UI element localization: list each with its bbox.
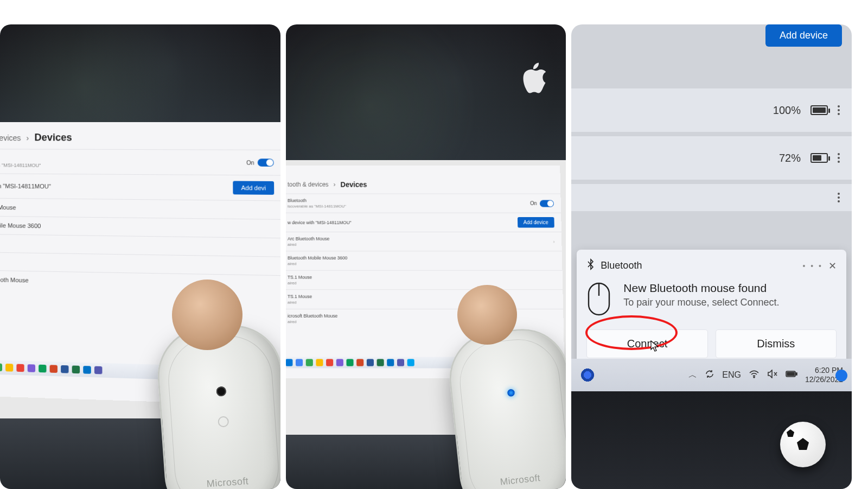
taskbar-app-icon[interactable] xyxy=(0,363,2,371)
more-options-icon[interactable] xyxy=(838,153,840,163)
device-label: oft Bluetooth Mouse xyxy=(0,276,29,283)
device-row[interactable]: TS.1 Mouseaired xyxy=(286,289,563,309)
sync-icon[interactable] xyxy=(705,369,714,381)
volume-mute-icon[interactable] xyxy=(767,370,778,380)
taskbar-app-icon[interactable] xyxy=(61,365,68,373)
mouse-power-button-icon xyxy=(218,416,229,427)
taskbar-app-icon[interactable] xyxy=(326,359,333,366)
hand-thumb xyxy=(457,285,517,345)
taskbar-app-icon[interactable] xyxy=(94,366,103,374)
bluetooth-label: Bluetooth xyxy=(288,198,346,203)
breadcrumb-parent[interactable]: oth & devices xyxy=(0,134,21,142)
battery-tray-icon[interactable] xyxy=(786,370,797,380)
taskbar-app-icon[interactable] xyxy=(83,366,91,374)
bluetooth-notification: Bluetooth • • • ✕ New Bluetooth mouse fo… xyxy=(577,250,846,368)
taskbar-app-icon[interactable] xyxy=(305,359,312,366)
device-status: aired xyxy=(288,281,312,285)
system-tray[interactable]: ︿ ENG 6:20 PM 12/26/2022 xyxy=(571,359,852,391)
bluetooth-sub: iscoverable as "MSI-14811MOU" xyxy=(288,204,346,208)
bluetooth-toggle-row: Bluetooth iscoverable as "MSI-14811MOU" … xyxy=(286,194,561,213)
breadcrumb-sep: › xyxy=(27,134,29,142)
dismiss-button[interactable]: Dismiss xyxy=(716,329,837,358)
device-label: icrosoft Bluetooth Mouse xyxy=(288,313,337,318)
device-row[interactable]: icrosoft Bluetooth Mouseaired xyxy=(286,309,564,328)
taskbar-app-icon[interactable] xyxy=(316,359,323,366)
device-row[interactable]: Arc Bluetooth Mouseaired› xyxy=(286,232,562,251)
add-device-button[interactable]: Add devi xyxy=(233,181,274,194)
device-label: Arc Bluetooth Mouse xyxy=(288,236,329,241)
device-status: aired xyxy=(288,262,347,266)
device-status: aired xyxy=(288,242,329,246)
taskbar-app-icon[interactable] xyxy=(387,359,394,366)
chevron-right-icon: › xyxy=(553,239,554,244)
breadcrumb-parent[interactable]: tooth & devices xyxy=(288,181,329,188)
breadcrumb-current: Devices xyxy=(340,181,367,189)
taskbar-app-icon[interactable] xyxy=(367,359,374,366)
settings-gear-icon[interactable] xyxy=(580,367,595,383)
taskbar-app-icon[interactable] xyxy=(50,365,58,373)
toggle-switch-icon xyxy=(258,158,274,167)
bluetooth-sub: overable as "MSI-14811MOU" xyxy=(0,162,41,168)
taskbar-app-icon[interactable] xyxy=(397,359,404,366)
toggle-state: On xyxy=(246,160,254,166)
add-device-button[interactable]: Add device xyxy=(517,217,554,227)
device-row-empty[interactable] xyxy=(571,184,852,211)
hand-thumb xyxy=(172,280,242,350)
device-row[interactable]: Bluetooth Mobile Mouse 3600aired xyxy=(286,251,563,270)
apple-logo-icon xyxy=(517,62,550,100)
taskbar-app-icon[interactable] xyxy=(16,364,24,372)
taskbar-app-icon[interactable] xyxy=(72,365,80,373)
device-status: aired xyxy=(288,320,337,324)
more-options-icon[interactable] xyxy=(838,105,840,115)
device-row[interactable]: TS.1 Mouseaired xyxy=(286,270,563,290)
device-label: TS.1 Mouse xyxy=(288,294,312,299)
more-options-icon[interactable] xyxy=(838,193,840,202)
cursor-icon xyxy=(650,340,660,355)
notification-title: New Bluetooth mouse found xyxy=(623,282,779,295)
pair-label: w device with "MSI-14811MOU" xyxy=(288,220,352,225)
battery-partial-icon xyxy=(810,153,828,163)
soccer-ball-sticker-icon xyxy=(780,422,826,467)
taskbar-app-icon[interactable] xyxy=(336,359,343,366)
pair-label: evice with "MSI-14811MOU" xyxy=(0,182,51,189)
svg-rect-4 xyxy=(796,373,797,375)
chevron-up-icon[interactable]: ︿ xyxy=(688,370,697,381)
device-label: Bluetooth Mobile Mouse 3600 xyxy=(288,256,347,261)
breadcrumb-current: Devices xyxy=(34,132,72,143)
mouse-sensor-icon xyxy=(216,386,226,396)
taskbar-app-icon[interactable] xyxy=(407,359,414,366)
device-battery-row[interactable]: 72% xyxy=(571,136,852,180)
panel-step-2: tooth & devices › Devices Bluetooth isco… xyxy=(286,24,566,489)
notification-badge-icon[interactable] xyxy=(835,370,847,382)
device-battery-row[interactable]: 100% xyxy=(571,88,852,132)
pair-device-row: w device with "MSI-14811MOU" Add device xyxy=(286,213,561,232)
taskbar-app-icon[interactable] xyxy=(28,364,35,372)
mouse-sensor-lit-icon xyxy=(507,389,515,397)
taskbar-app-icon[interactable] xyxy=(346,359,353,366)
notification-header: Bluetooth xyxy=(601,260,642,271)
notification-more-icon[interactable]: • • • xyxy=(803,262,823,270)
mouse-brand-label: Microsoft xyxy=(206,475,249,489)
close-icon[interactable]: ✕ xyxy=(828,260,837,272)
bluetooth-toggle[interactable]: On xyxy=(530,200,554,207)
wifi-icon[interactable] xyxy=(749,370,760,380)
breadcrumb: oth & devices › Devices xyxy=(0,122,280,150)
mouse-icon xyxy=(586,282,611,319)
svg-rect-5 xyxy=(787,372,794,376)
panel-step-3: Add device 100% 72% Bluetooth • • • ✕ xyxy=(571,24,852,489)
breadcrumb: tooth & devices › Devices xyxy=(286,166,560,194)
battery-percent: 72% xyxy=(779,152,801,164)
device-row[interactable]: luetooth Mouse xyxy=(0,198,280,219)
bluetooth-toggle[interactable]: On xyxy=(246,158,274,167)
connect-button[interactable]: Connect xyxy=(586,329,707,358)
taskbar-app-icon[interactable] xyxy=(296,359,303,366)
taskbar-app-icon[interactable] xyxy=(39,365,46,373)
taskbar-app-icon[interactable] xyxy=(5,364,13,372)
taskbar-app-icon[interactable] xyxy=(376,359,384,366)
taskbar-app-icon[interactable] xyxy=(356,359,363,366)
start-icon[interactable] xyxy=(286,359,292,366)
panel-step-1: oth & devices › Devices ooth overable as… xyxy=(0,24,280,489)
add-device-button[interactable]: Add device xyxy=(765,24,842,47)
language-indicator[interactable]: ENG xyxy=(722,370,741,380)
toggle-switch-icon xyxy=(540,200,554,207)
